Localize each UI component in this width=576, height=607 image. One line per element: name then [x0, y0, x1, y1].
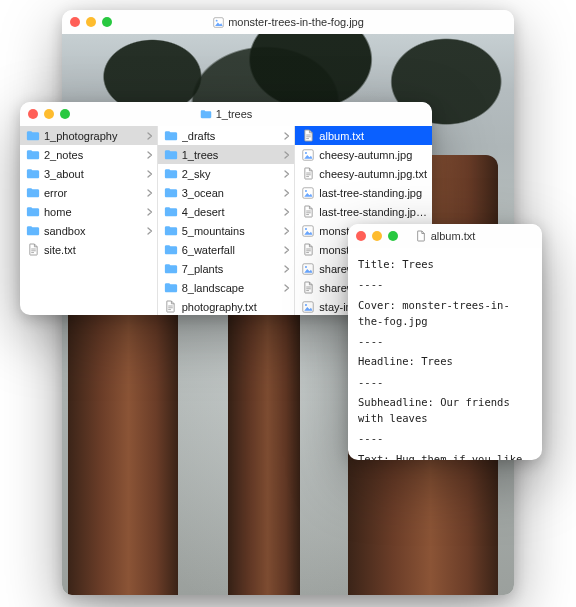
finder-item[interactable]: 8_landscape	[158, 278, 295, 297]
finder-item[interactable]: 4_desert	[158, 202, 295, 221]
svg-point-17	[305, 189, 307, 191]
finder-item[interactable]: 1_trees	[158, 145, 295, 164]
finder-item-label: 6_waterfall	[182, 244, 277, 256]
folder-icon	[26, 148, 40, 162]
folder-icon	[164, 167, 178, 181]
finder-item[interactable]: 7_plants	[158, 259, 295, 278]
finder-item[interactable]: cheesy-autumn.jpg	[295, 145, 432, 164]
close-icon[interactable]	[356, 231, 366, 241]
svg-rect-14	[306, 174, 311, 175]
traffic-lights	[70, 17, 112, 27]
finder-item-label: error	[44, 187, 139, 199]
folder-icon	[164, 205, 178, 219]
finder-item[interactable]: last-tree-standing.jpg	[295, 183, 432, 202]
finder-item[interactable]: cheesy-autumn.jpg.txt	[295, 164, 432, 183]
chevron-right-icon	[280, 208, 290, 216]
chevron-right-icon	[143, 227, 153, 235]
finder-item[interactable]: error	[20, 183, 157, 202]
image-title-text: monster-trees-in-the-fog.jpg	[228, 16, 364, 28]
finder-item-label: photography.txt	[182, 301, 291, 313]
finder-item-label: last-tree-standing.jpg	[319, 187, 428, 199]
text-titlebar[interactable]: album.txt	[348, 224, 542, 248]
chevron-right-icon	[280, 170, 290, 178]
traffic-lights	[28, 109, 70, 119]
svg-rect-7	[168, 309, 171, 310]
finder-item[interactable]: sandbox	[20, 221, 157, 240]
text-content[interactable]: Title: Trees----Cover: monster-trees-in-…	[348, 248, 542, 460]
finder-item[interactable]: photography.txt	[158, 297, 295, 315]
zoom-icon[interactable]	[102, 17, 112, 27]
finder-item[interactable]: site.txt	[20, 240, 157, 259]
svg-rect-13	[306, 173, 311, 174]
text-divider: ----	[358, 374, 532, 390]
folder-icon	[164, 262, 178, 276]
finder-titlebar[interactable]: 1_trees	[20, 102, 432, 126]
jpg-icon	[301, 186, 315, 200]
close-icon[interactable]	[28, 109, 38, 119]
text-divider: ----	[358, 333, 532, 349]
finder-item-label: _drafts	[182, 130, 277, 142]
svg-rect-2	[31, 249, 36, 250]
finder-item-label: 5_mountains	[182, 225, 277, 237]
finder-item[interactable]: 3_about	[20, 164, 157, 183]
finder-item[interactable]: 5_mountains	[158, 221, 295, 240]
zoom-icon[interactable]	[388, 231, 398, 241]
close-icon[interactable]	[70, 17, 80, 27]
svg-rect-4	[31, 252, 34, 253]
finder-item[interactable]: 3_ocean	[158, 183, 295, 202]
svg-rect-23	[306, 249, 311, 250]
zoom-icon[interactable]	[60, 109, 70, 119]
jpg-icon	[301, 224, 315, 238]
text-line: Title: Trees	[358, 256, 532, 272]
chevron-right-icon	[143, 189, 153, 197]
finder-item-label: 2_sky	[182, 168, 277, 180]
folder-icon	[26, 129, 40, 143]
finder-column-1: _drafts1_trees2_sky3_ocean4_desert5_moun…	[158, 126, 296, 315]
finder-item[interactable]: last-tree-standing.jpg.txt	[295, 202, 432, 221]
svg-rect-10	[306, 138, 309, 139]
finder-item[interactable]: 2_notes	[20, 145, 157, 164]
finder-item-label: album.txt	[319, 130, 428, 142]
folder-icon	[26, 205, 40, 219]
svg-rect-19	[306, 212, 311, 213]
chevron-right-icon	[280, 151, 290, 159]
finder-item[interactable]: _drafts	[158, 126, 295, 145]
text-divider: ----	[358, 430, 532, 446]
svg-point-12	[305, 151, 307, 153]
minimize-icon[interactable]	[86, 17, 96, 27]
finder-item[interactable]: 6_waterfall	[158, 240, 295, 259]
image-title: monster-trees-in-the-fog.jpg	[62, 16, 514, 28]
finder-item[interactable]: home	[20, 202, 157, 221]
image-titlebar[interactable]: monster-trees-in-the-fog.jpg	[62, 10, 514, 34]
finder-item-label: 3_about	[44, 168, 139, 180]
jpg-icon	[212, 16, 224, 28]
text-line: Headline: Trees	[358, 353, 532, 369]
svg-rect-25	[306, 252, 309, 253]
folder-icon	[200, 108, 212, 120]
jpg-icon	[301, 262, 315, 276]
finder-item[interactable]: 1_photography	[20, 126, 157, 145]
txt-icon	[301, 167, 315, 181]
finder-column-0: 1_photography2_notes3_abouterrorhomesand…	[20, 126, 158, 315]
txt-icon	[164, 300, 178, 314]
folder-icon	[164, 281, 178, 295]
svg-rect-20	[306, 214, 309, 215]
finder-item-label: 1_trees	[182, 149, 277, 161]
txt-icon	[301, 281, 315, 295]
jpg-icon	[301, 148, 315, 162]
chevron-right-icon	[280, 246, 290, 254]
finder-item-label: cheesy-autumn.jpg	[319, 149, 428, 161]
svg-rect-3	[31, 250, 36, 251]
finder-item[interactable]: 2_sky	[158, 164, 295, 183]
txt-icon	[301, 243, 315, 257]
text-line: Subheadline: Our friends with leaves	[358, 394, 532, 427]
finder-item-label: 4_desert	[182, 206, 277, 218]
jpg-icon	[301, 300, 315, 314]
minimize-icon[interactable]	[44, 109, 54, 119]
finder-item-label: cheesy-autumn.jpg.txt	[319, 168, 428, 180]
finder-item-label: last-tree-standing.jpg.txt	[319, 206, 428, 218]
chevron-right-icon	[143, 170, 153, 178]
finder-item[interactable]: album.txt	[295, 126, 432, 145]
minimize-icon[interactable]	[372, 231, 382, 241]
svg-rect-9	[306, 136, 311, 137]
